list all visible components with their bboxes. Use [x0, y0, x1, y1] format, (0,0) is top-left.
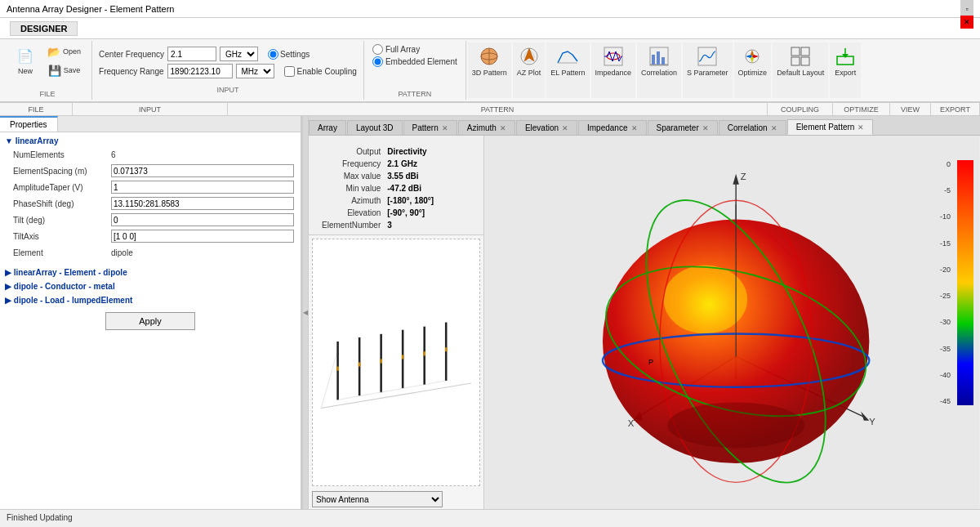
embedded-element-radio[interactable] [372, 56, 383, 67]
subtree-2[interactable]: ▶ dipole - Conductor - metal [3, 281, 297, 292]
tab-element-pattern[interactable]: Element Pattern ✕ [787, 119, 874, 135]
tab-impedance-close[interactable]: ✕ [631, 124, 638, 132]
info-label-azimuth: Azimuth [318, 194, 384, 207]
default-layout-button[interactable]: Default Layout [773, 42, 828, 98]
tab-sparameter[interactable]: Sparameter ✕ [648, 120, 718, 135]
tab-array[interactable]: Array [309, 120, 346, 135]
right-panel: Array Layout 3D Pattern ✕ Azimuth ✕ Elev… [309, 116, 980, 509]
correlation-button[interactable]: Correlation [637, 42, 681, 98]
properties-tab[interactable]: Properties [0, 116, 58, 132]
settings-radio-input[interactable] [268, 49, 278, 60]
info-value-elementnumber: 3 [384, 219, 437, 231]
color-scale-bar [957, 160, 973, 405]
svg-text:P: P [648, 358, 653, 366]
svg-rect-18 [791, 57, 800, 65]
impedance-button[interactable]: Impedance [591, 42, 636, 98]
designer-tab-button[interactable]: DESIGNER [10, 21, 78, 36]
freq-range-input[interactable] [167, 64, 233, 78]
prop-name-tilt: Tilt (deg) [13, 216, 111, 225]
subtree-3[interactable]: ▶ dipole - Load - lumpedElement [3, 295, 297, 306]
svg-rect-16 [791, 47, 800, 56]
properties-content: ▼ linearArray NumElements 6 ElementSpaci… [0, 132, 301, 509]
tab-correlation-close[interactable]: ✕ [771, 124, 777, 132]
prop-value-element: dipole [111, 248, 133, 257]
tab-layout3d[interactable]: Layout 3D [347, 120, 403, 135]
full-array-radio[interactable] [372, 44, 383, 55]
tab-correlation[interactable]: Correlation ✕ [719, 120, 786, 135]
pattern-buttons-group: 3D Pattern AZ Plot EL Pattern Impedance [466, 41, 862, 100]
info-row-elevation: Elevation [-90°, 90°] [318, 207, 437, 219]
svg-point-48 [664, 266, 748, 334]
enable-coupling-checkbox[interactable] [284, 66, 295, 77]
open-button[interactable]: 📂 Open [42, 42, 85, 60]
prop-input-phaseshift[interactable] [111, 197, 294, 210]
file-buttons: 📄 New 📂 Open 💾 Save [10, 42, 85, 88]
ribbon-file-section: 📄 New 📂 Open 💾 Save FILE [3, 41, 92, 100]
freq-range-unit-select[interactable]: MHzGHz [236, 64, 274, 78]
svg-rect-13 [662, 57, 665, 65]
properties-tab-bar: Properties [0, 116, 301, 132]
center-freq-unit-select[interactable]: GHzMHz [220, 47, 258, 61]
show-antenna-select[interactable]: Show Antenna Hide Antenna [312, 491, 443, 507]
s-parameter-label: S Parameter [687, 69, 728, 77]
prop-input-amplitudetaper[interactable] [111, 181, 294, 194]
coupling-section-bar-label: COUPLING [768, 103, 833, 115]
optimize-section-bar-label: OPTIMIZE [833, 103, 890, 115]
collapse-handle[interactable]: ◀ [302, 116, 309, 509]
svg-rect-12 [657, 51, 660, 65]
new-button[interactable]: 📄 New [10, 42, 41, 78]
svg-line-24 [321, 350, 337, 408]
subtree-1[interactable]: ▶ linearArray - Element - dipole [3, 267, 297, 278]
svg-rect-17 [801, 47, 809, 56]
center-freq-input[interactable] [167, 47, 216, 61]
svg-rect-19 [801, 57, 809, 65]
optimize-button[interactable]: Optimize [734, 42, 772, 98]
enable-coupling-label: Enable Coupling [297, 67, 357, 76]
s-parameter-button[interactable]: S Parameter [683, 42, 733, 98]
prop-input-tilt[interactable] [111, 213, 294, 226]
scale-label-2: -10 [940, 212, 951, 221]
tab-elevation-close[interactable]: ✕ [562, 124, 568, 132]
scale-label-9: -45 [940, 397, 951, 405]
mini-antenna-panel: Show Antenna Hide Antenna [309, 234, 483, 509]
tab-azimuth-close[interactable]: ✕ [500, 124, 506, 132]
pattern-section-bar-label: PATTERN [228, 103, 768, 115]
el-pattern-button[interactable]: EL Pattern [546, 42, 589, 98]
tab-elevation[interactable]: Elevation ✕ [516, 120, 577, 135]
optimize-icon [741, 45, 764, 68]
close-button[interactable]: ✕ [960, 16, 973, 29]
export-button[interactable]: Export [830, 42, 861, 98]
statusbar-text: Finished Updating [7, 513, 73, 522]
tab-azimuth[interactable]: Azimuth ✕ [458, 120, 515, 135]
apply-button[interactable]: Apply [105, 312, 195, 330]
pattern-section-label: PATTERN [371, 88, 459, 98]
impedance-label: Impedance [595, 69, 632, 77]
3d-pattern-button[interactable]: 3D Pattern [468, 42, 511, 98]
statusbar: Finished Updating [0, 509, 980, 525]
freq-range-row: Frequency Range MHzGHz Enable Coupling [99, 64, 357, 78]
prop-name-element: Element [13, 248, 111, 257]
full-array-row: Full Array [372, 44, 457, 55]
correlation-label: Correlation [641, 69, 677, 77]
s-parameter-icon [696, 45, 719, 68]
center-freq-label: Center Frequency [99, 50, 164, 59]
info-row-elementnumber: ElementNumber 3 [318, 219, 437, 231]
tab-pattern-close[interactable]: ✕ [442, 124, 448, 132]
tree-root-item[interactable]: ▼ linearArray [3, 136, 297, 146]
prop-name-elementspacing: ElementSpacing (m) [13, 167, 111, 176]
prop-row-phaseshift: PhaseShift (deg) [10, 195, 297, 212]
info-label-elementnumber: ElementNumber [318, 219, 384, 231]
tab-impedance[interactable]: Impedance ✕ [578, 120, 646, 135]
prop-input-tiltaxis[interactable] [111, 230, 294, 243]
save-button[interactable]: 💾 Save [42, 61, 85, 79]
el-pattern-label: EL Pattern [550, 69, 585, 77]
info-table: Output Directivity Frequency 2.1 GHz Max… [318, 145, 437, 231]
tab-element-pattern-close[interactable]: ✕ [858, 123, 864, 132]
tab-pattern[interactable]: Pattern ✕ [403, 120, 457, 135]
scale-label-0: 0 [940, 160, 951, 168]
tab-sparameter-close[interactable]: ✕ [702, 124, 709, 132]
svg-rect-11 [652, 55, 655, 65]
restore-button[interactable]: ▫ [960, 2, 973, 16]
az-plot-button[interactable]: AZ Plot [513, 42, 546, 98]
prop-input-elementspacing[interactable] [111, 164, 294, 177]
